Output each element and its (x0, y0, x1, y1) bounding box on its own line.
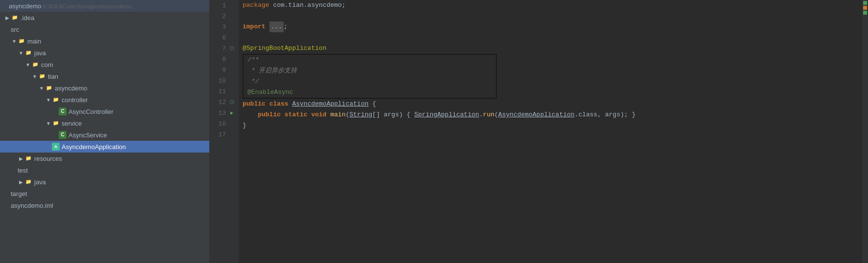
project-sidebar[interactable]: asyncdemo E:\IDEACode\Springboot\asyncde… (0, 0, 209, 263)
java-label: java (34, 49, 46, 57)
asyncdemo-app-icon: A (52, 143, 60, 151)
line-num-3: 3 (209, 22, 239, 32)
sidebar-item-asyncdemo-pkg[interactable]: ▼ 📁 asyncdemo (0, 82, 209, 94)
line-num-13: 13 ▶ (209, 108, 239, 118)
enable-async-annotation: @EnableAsync (247, 87, 293, 98)
code-editor: 1 2 3 6 7 ⬡ (209, 0, 868, 263)
java-test-folder-icon: 📁 (24, 178, 32, 186)
iml-label: asyncdemo.iml (11, 202, 53, 209)
sidebar-item-tian[interactable]: ▼ 📁 tian (0, 70, 209, 82)
line-num-12: 12 ⬡ (209, 97, 239, 108)
code-line-16: } (239, 120, 862, 131)
class-icon: C (59, 108, 67, 115)
async-service-class-icon: C (59, 131, 67, 139)
gutter-mark-orange (863, 6, 867, 10)
package-keyword: package (243, 0, 269, 11)
line-num-10: 10 (209, 75, 239, 86)
sidebar-item-java-test[interactable]: ▶ 📁 java (0, 176, 209, 188)
folder-icon: 📁 (11, 14, 19, 22)
asyncdemo-pkg-label: asyncdemo (55, 85, 87, 92)
test-label: test (18, 167, 28, 174)
folder-blue-icon: 📁 (18, 37, 25, 45)
code-line-11: @EnableAsync (244, 87, 496, 98)
service-arrow: ▼ (45, 121, 52, 126)
controller-label: controller (62, 96, 88, 104)
tian-arrow: ▼ (31, 74, 38, 79)
async-controller-label: AsyncController (68, 108, 113, 115)
service-label: service (62, 120, 82, 127)
comment-block: /** * 开启异步支持 */ @EnableAsync (243, 54, 497, 99)
asyncdemo-app-label: AsyncdemoApplication (62, 143, 126, 151)
code-line-12: public class AsyncdemoApplication { (239, 99, 862, 110)
line-number-gutter: 1 2 3 6 7 ⬡ (209, 0, 239, 263)
sidebar-item-src[interactable]: ▼ src (0, 23, 209, 35)
com-label: com (41, 61, 53, 68)
code-line-3: import ... ; (239, 22, 862, 32)
line-num-7: 7 ⬡ (209, 43, 239, 54)
line-num-9: 9 (209, 65, 239, 75)
code-line-6 (239, 32, 862, 43)
sidebar-item-com[interactable]: ▼ 📁 com (0, 59, 209, 70)
run-gutter-7[interactable]: ⬡ (228, 45, 236, 51)
code-line-7: @SpringBootApplication (239, 43, 862, 54)
line-num-1: 1 (209, 0, 239, 11)
main-label: main (27, 38, 41, 45)
sidebar-item-async-service[interactable]: ▶ C AsyncService (0, 129, 209, 141)
code-line-8: /** (244, 55, 496, 66)
asyncdemo-pkg-arrow: ▼ (38, 86, 45, 91)
sidebar-item-controller[interactable]: ▼ 📁 controller (0, 94, 209, 106)
sidebar-item-java[interactable]: ▼ 📁 java (0, 47, 209, 59)
root-label: asyncdemo E:\IDEACode\Springboot\asyncde… (9, 2, 132, 10)
sidebar-item-async-controller[interactable]: ▶ C AsyncController (0, 106, 209, 117)
controller-folder-icon: 📁 (52, 96, 60, 104)
controller-arrow: ▼ (45, 97, 52, 103)
right-scroll-gutter (862, 0, 868, 263)
java-folder-icon: 📁 (24, 49, 32, 57)
tian-label: tian (48, 73, 58, 80)
resources-arrow: ▶ (18, 156, 24, 161)
com-arrow: ▼ (24, 62, 31, 67)
asyncdemo-pkg-icon: 📁 (45, 84, 53, 92)
tian-folder-icon: 📁 (38, 72, 46, 80)
sidebar-item-test[interactable]: ▼ test (0, 164, 209, 176)
code-line-1: package com.tian.asyncdemo; (239, 0, 862, 11)
resources-folder-icon: 📁 (24, 154, 32, 162)
src-label: src (11, 26, 19, 33)
gutter-mark-green2 (863, 11, 867, 15)
line-num-11: 11 (209, 86, 239, 97)
sidebar-item-resources[interactable]: ▶ 📁 resources (0, 153, 209, 164)
sidebar-item-idea[interactable]: ▶ 📁 .idea (0, 12, 209, 23)
src-arrow: ▼ (4, 27, 11, 32)
sidebar-item-main[interactable]: ▼ 📁 main (0, 35, 209, 47)
spring-boot-annotation: @SpringBootApplication (243, 43, 327, 54)
line-num-17: 17 (209, 129, 239, 140)
sidebar-item-asyncdemo-app[interactable]: ▶ A AsyncdemoApplication (0, 141, 209, 153)
line-num-2: 2 (209, 11, 239, 22)
code-line-17 (239, 131, 862, 229)
sidebar-item-service[interactable]: ▼ 📁 service (0, 117, 209, 129)
com-folder-icon: 📁 (31, 61, 39, 68)
code-content: package com.tian.asyncdemo; import ... ;… (239, 0, 862, 263)
target-label: target (11, 190, 27, 197)
code-line-13: public static void main ( String [] args… (239, 110, 862, 120)
main-arrow: ▼ (11, 39, 18, 44)
gutter-mark-green (863, 1, 867, 5)
sidebar-root[interactable]: asyncdemo E:\IDEACode\Springboot\asyncde… (0, 0, 209, 12)
code-line-9: * 开启异步支持 (244, 66, 496, 76)
java-test-label: java (34, 178, 46, 186)
sidebar-item-asyncdemo-iml[interactable]: ▶ asyncdemo.iml (0, 199, 209, 211)
java-arrow: ▼ (18, 50, 24, 56)
idea-arrow: ▶ (4, 15, 11, 21)
line-num-16: 16 (209, 118, 239, 129)
java-test-arrow: ▶ (18, 179, 24, 185)
sidebar-item-target[interactable]: ▶ target (0, 188, 209, 199)
line-num-8: 8 (209, 54, 239, 65)
service-folder-icon: 📁 (52, 119, 60, 127)
resources-label: resources (34, 155, 62, 162)
async-service-label: AsyncService (68, 132, 107, 139)
run-gutter-13[interactable]: ▶ (228, 110, 236, 116)
code-line-10: */ (244, 76, 496, 87)
code-line-2 (239, 11, 862, 22)
run-gutter-12[interactable]: ⬡ (228, 99, 236, 105)
line-num-6: 6 (209, 32, 239, 43)
